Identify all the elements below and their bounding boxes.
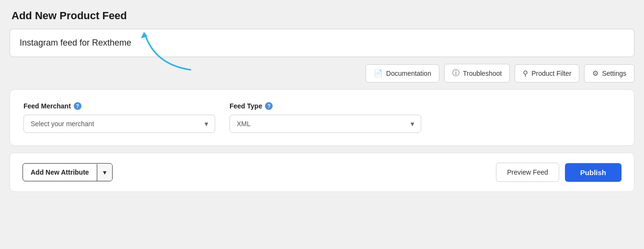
feed-type-select[interactable]: XML CSV TSV JSON (230, 115, 421, 133)
add-attribute-chevron-icon[interactable]: ▾ (97, 164, 112, 181)
feed-merchant-label: Feed Merchant ? (23, 102, 215, 110)
documentation-button[interactable]: 📄 Documentation (366, 64, 439, 83)
preview-feed-button[interactable]: Preview Feed (496, 163, 559, 182)
feed-name-wrapper (10, 29, 634, 57)
product-filter-icon: ⚲ (523, 69, 528, 78)
feed-type-group: Feed Type ? XML CSV TSV JSON ▼ (230, 102, 421, 133)
troubleshoot-label: Troubleshoot (463, 70, 502, 77)
page-title: Add New Product Feed (10, 10, 634, 22)
add-attribute-button[interactable]: Add New Attribute ▾ (23, 163, 113, 181)
bottom-bar: Add New Attribute ▾ Preview Feed Publish (10, 153, 634, 192)
add-attribute-main-button[interactable]: Add New Attribute (23, 164, 97, 181)
product-filter-button[interactable]: ⚲ Product Filter (515, 64, 579, 83)
feed-config-card: Feed Merchant ? Select your merchant ▼ F… (10, 89, 634, 146)
feed-merchant-group: Feed Merchant ? Select your merchant ▼ (23, 102, 215, 133)
feed-merchant-select-wrapper: Select your merchant ▼ (23, 115, 215, 133)
feed-type-select-wrapper: XML CSV TSV JSON ▼ (230, 115, 421, 133)
troubleshoot-button[interactable]: ⓘ Troubleshoot (444, 64, 510, 83)
feed-merchant-select[interactable]: Select your merchant (23, 115, 215, 133)
feed-name-input[interactable] (20, 38, 624, 48)
feed-type-help-icon[interactable]: ? (265, 102, 273, 110)
fields-row: Feed Merchant ? Select your merchant ▼ F… (23, 102, 621, 133)
product-filter-label: Product Filter (531, 70, 571, 77)
toolbar-row: 📄 Documentation ⓘ Troubleshoot ⚲ Product… (10, 64, 634, 83)
documentation-icon: 📄 (374, 69, 383, 78)
settings-button[interactable]: ⚙ Settings (584, 64, 634, 83)
feed-merchant-help-icon[interactable]: ? (74, 102, 81, 110)
settings-icon: ⚙ (592, 69, 598, 78)
feed-type-label: Feed Type ? (230, 102, 421, 110)
troubleshoot-icon: ⓘ (452, 69, 460, 78)
settings-label: Settings (602, 70, 626, 77)
publish-button[interactable]: Publish (565, 163, 621, 182)
right-actions: Preview Feed Publish (496, 163, 621, 182)
documentation-label: Documentation (386, 70, 431, 77)
